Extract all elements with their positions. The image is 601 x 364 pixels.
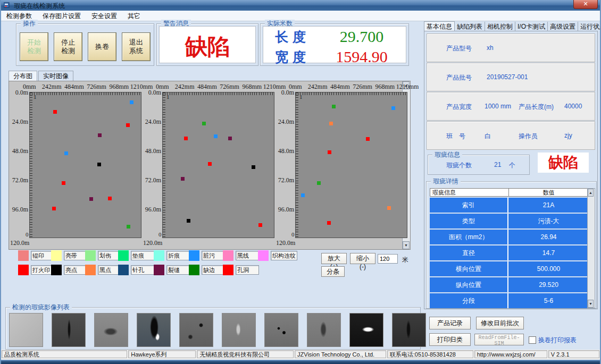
defect-thumbnail-1[interactable] <box>52 313 86 347</box>
scatter-plot-3[interactable]: 10 <box>295 92 407 238</box>
legend-label[interactable]: 亮带 <box>64 251 87 260</box>
defect-point[interactable] <box>301 193 305 197</box>
right-tab-5[interactable]: 运行状态信息 <box>578 22 601 31</box>
defect-point[interactable] <box>108 197 112 200</box>
defect-point[interactable] <box>202 122 206 125</box>
detail-scroll-down-icon[interactable]: ▼ <box>588 300 594 308</box>
defect-point[interactable] <box>127 225 130 228</box>
defect-point[interactable] <box>252 165 255 169</box>
detail-row-value: 26.94 <box>508 230 589 244</box>
info-row-2: 产品宽度1000 mm产品长度(m)40000 <box>427 92 595 121</box>
defect-point[interactable] <box>184 137 188 140</box>
defect-point[interactable] <box>130 100 133 104</box>
defect-point[interactable] <box>64 151 68 155</box>
detail-table-scrollbar[interactable]: ▲ ▼ <box>587 188 595 308</box>
defect-thumbnail-0[interactable] <box>9 313 43 347</box>
defect-thumbnail-8[interactable] <box>349 313 383 347</box>
defect-point[interactable] <box>208 162 212 166</box>
detail-row-5[interactable]: 纵向位置29.520 <box>430 277 589 292</box>
legend-label[interactable]: 亮点 <box>64 265 87 275</box>
legend-label[interactable]: 针孔 <box>131 265 154 275</box>
zoom-in-button[interactable]: 放大(+) <box>321 253 347 264</box>
legend-label[interactable]: 折痕 <box>166 251 190 260</box>
defect-point[interactable] <box>366 137 370 141</box>
range-input[interactable] <box>378 254 398 264</box>
defect-point[interactable] <box>98 133 102 137</box>
defect-point[interactable] <box>332 105 336 108</box>
split-button[interactable]: 分条 <box>321 266 345 277</box>
close-button[interactable]: ✕ <box>573 0 598 9</box>
detail-row-0[interactable]: 索引21A <box>430 198 589 213</box>
legend-swatch <box>258 250 269 261</box>
legend-label[interactable]: 孔洞 <box>236 265 259 275</box>
menu-item-3[interactable]: 其它 <box>122 11 146 22</box>
detail-col-header-0[interactable]: 瑕疵信息 <box>430 189 509 196</box>
detail-row-4[interactable]: 横向位置500.000 <box>430 261 589 276</box>
defect-point[interactable] <box>62 181 65 185</box>
defect-thumbnail-2[interactable] <box>94 313 128 347</box>
roll-print-checkbox[interactable] <box>529 336 536 344</box>
zoom-out-button[interactable]: 缩小(-) <box>350 253 375 264</box>
view-tab-1[interactable]: 实时图像 <box>38 71 73 81</box>
defect-point[interactable] <box>258 223 262 227</box>
defect-point[interactable] <box>329 122 333 125</box>
menu-item-1[interactable]: 保存图片设置 <box>37 11 86 22</box>
defect-point[interactable] <box>126 123 130 127</box>
detail-row-3[interactable]: 直径14.7 <box>430 246 589 260</box>
op-button-1[interactable]: 停止 检测 <box>54 32 82 61</box>
defect-point[interactable] <box>97 163 101 166</box>
legend-label[interactable]: 脏污 <box>202 251 225 260</box>
defect-detail-table[interactable]: 瑕疵信息数值索引21A类型污渍-大面积（mm2）26.94直径14.7横向位置5… <box>430 188 589 308</box>
defect-thumbnail-3[interactable] <box>137 313 171 347</box>
defect-point[interactable] <box>328 150 331 154</box>
defect-count-label: 瑕疵个数 <box>446 161 472 170</box>
defect-point[interactable] <box>214 134 218 138</box>
defect-point[interactable] <box>387 206 391 210</box>
right-tab-4[interactable]: 高级设置 <box>548 22 578 31</box>
x-tick-label: 726mm <box>87 83 106 91</box>
legend-label[interactable]: 垫痕 <box>131 251 154 260</box>
op-button-3[interactable]: 退出 系统 <box>122 32 151 61</box>
detail-row-2[interactable]: 面积（mm2）26.94 <box>430 230 589 244</box>
defect-thumbnail-4[interactable] <box>179 313 213 347</box>
right-tab-1[interactable]: 缺陷列表 <box>455 22 485 31</box>
defect-thumbnail-6[interactable] <box>264 313 298 347</box>
legend-label[interactable]: 织构连纹 <box>271 251 297 260</box>
defect-point[interactable] <box>317 181 321 185</box>
legend-label[interactable]: 缺边 <box>202 265 225 275</box>
detail-row-1[interactable]: 类型污渍-大 <box>430 214 589 228</box>
defect-point[interactable] <box>181 177 185 181</box>
defect-thumbnail-9[interactable] <box>392 313 426 347</box>
menu-item-2[interactable]: 安全设置 <box>86 11 122 22</box>
scatter-plot-1[interactable]: 10 <box>29 92 141 238</box>
window-title: 瑕疵在线检测系统 <box>14 2 65 11</box>
defect-point[interactable] <box>52 207 56 210</box>
right-tab-0[interactable]: 基本信息 <box>424 21 455 31</box>
detail-scroll-up-icon[interactable]: ▲ <box>588 189 594 197</box>
legend-label[interactable]: 裂缝 <box>166 265 190 275</box>
defect-point[interactable] <box>391 106 395 110</box>
view-tab-0[interactable]: 分布图 <box>9 71 37 81</box>
scatter-plot-2[interactable]: 10 <box>162 92 274 238</box>
detail-row-6[interactable]: 分段5-6 <box>430 293 589 308</box>
defect-point[interactable] <box>89 197 93 201</box>
status-bar: 品质检测系统Hawkeye系列无锡精质视觉科技有限公司JZVision Tech… <box>1 350 600 360</box>
legend-label[interactable]: 黑线 <box>236 251 259 260</box>
defect-thumbnail-7[interactable] <box>307 313 341 347</box>
defect-point[interactable] <box>228 137 232 140</box>
op-button-0[interactable]: 开始 检测 <box>20 32 48 61</box>
defect-point[interactable] <box>53 110 57 114</box>
defect-thumbnail-5[interactable] <box>222 313 256 347</box>
defect-point[interactable] <box>327 221 331 225</box>
defect-point[interactable] <box>187 219 190 223</box>
print-classify-button[interactable]: 打印归类 <box>429 333 471 346</box>
right-tab-2[interactable]: 相机控制 <box>485 22 515 31</box>
op-button-2[interactable]: 换卷 <box>88 32 116 61</box>
product-record-button[interactable]: 产品记录 <box>429 317 471 329</box>
defect-distribution-charts[interactable]: ▲ ▼ 0mm242mm484mm726mm968mm1210mm0.0m24.… <box>9 81 411 250</box>
read-from-file-button[interactable]: ReadFromFile-SIM <box>474 334 524 345</box>
detail-col-header-1[interactable]: 数值 <box>509 189 588 196</box>
chart-panel-1: 0mm242mm484mm726mm968mm1210mm0.0m24.0m48… <box>11 81 144 250</box>
modify-batch-button[interactable]: 修改目前批次 <box>476 317 524 329</box>
right-tab-3[interactable]: I/O卡测试 <box>515 22 548 31</box>
